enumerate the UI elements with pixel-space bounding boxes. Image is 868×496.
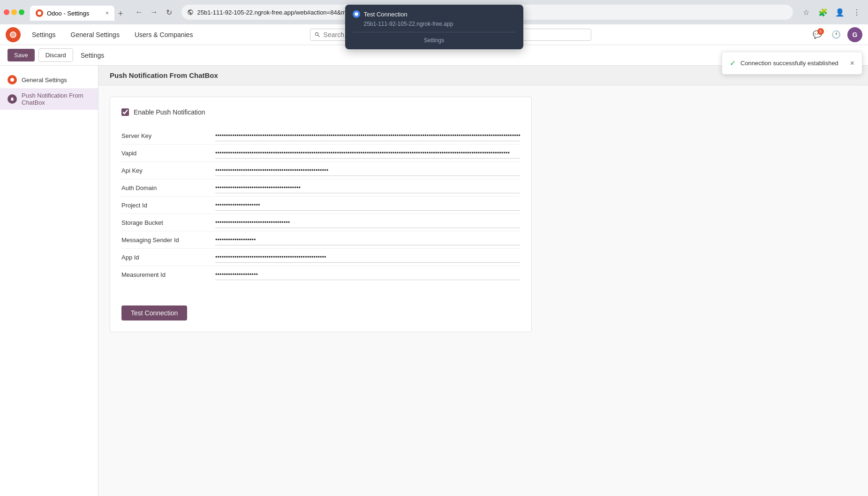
chat-badge: 5 [817, 28, 824, 35]
test-connection-button[interactable]: Test Connection [121, 305, 187, 320]
browser-actions: ☆ 🧩 👤 ⋮ [799, 5, 864, 20]
sidebar-label-general: General Settings [22, 76, 67, 84]
main-content: General Settings Push Notification From … [0, 66, 868, 496]
success-notification: ✓ Connection successfully established × [722, 52, 862, 75]
field-label-5: Storage Bucket [121, 219, 215, 226]
odoo-app: Settings General Settings Users & Compan… [0, 24, 868, 496]
form-row: Auth Domain [121, 179, 520, 197]
tooltip-favicon [353, 10, 360, 18]
field-label-0: Server Key [121, 132, 215, 139]
action-bar-title: Settings [81, 52, 105, 59]
field-input-8[interactable] [215, 269, 520, 280]
form-fields: Server KeyVapidApi KeyAuth DomainProject… [121, 127, 520, 283]
field-input-4[interactable] [215, 199, 520, 211]
field-label-3: Auth Domain [121, 184, 215, 191]
sidebar-item-push-notification[interactable]: Push Notification From ChatBox [0, 88, 98, 110]
menu-button[interactable]: ⋮ [849, 5, 864, 20]
form-row: Storage Bucket [121, 214, 520, 231]
window-minimize[interactable] [11, 9, 17, 15]
forward-button[interactable]: → [148, 6, 161, 19]
clock-icon[interactable]: 🕐 [829, 27, 844, 42]
field-input-3[interactable] [215, 182, 520, 193]
field-input-0[interactable] [215, 130, 520, 141]
menu-item-settings[interactable]: Settings [28, 29, 60, 40]
form-row: Server Key [121, 127, 520, 145]
svg-point-2 [355, 12, 358, 16]
form-row: Measurement Id [121, 266, 520, 283]
content-area: Push Notification From ChatBox Enable Pu… [98, 66, 868, 496]
tooltip-url: 25b1-111-92-105-22.ngrok-free.app [353, 21, 516, 27]
field-input-1[interactable] [215, 147, 520, 159]
enable-push-label[interactable]: Enable Push Notification [134, 108, 205, 116]
svg-point-0 [38, 11, 41, 15]
field-input-5[interactable] [215, 217, 520, 228]
profile-button[interactable]: 👤 [832, 5, 847, 20]
form-row: Messaging Sender Id [121, 231, 520, 249]
new-tab-button[interactable]: + [114, 7, 127, 21]
tooltip-separator [353, 32, 516, 32]
search-icon [314, 31, 321, 38]
form-row: Vapid [121, 145, 520, 162]
chat-icon[interactable]: 💬 5 [810, 27, 825, 42]
tab-favicon [36, 9, 43, 17]
user-avatar[interactable]: G [847, 27, 862, 42]
success-icon: ✓ [730, 59, 736, 68]
enable-push-checkbox[interactable] [121, 108, 129, 116]
field-label-1: Vapid [121, 150, 215, 157]
tooltip-bottom: Settings [353, 37, 516, 44]
menu-item-users-companies[interactable]: Users & Companies [131, 29, 197, 40]
discard-button[interactable]: Discard [38, 48, 73, 62]
tooltip-header: Test Connection [353, 10, 516, 18]
field-label-4: Project Id [121, 202, 215, 209]
field-input-7[interactable] [215, 252, 520, 263]
menu-item-general-settings[interactable]: General Settings [67, 29, 123, 40]
sidebar: General Settings Push Notification From … [0, 66, 98, 496]
tab-title: Odoo - Settings [47, 10, 89, 17]
notification-close-button[interactable]: × [850, 59, 854, 68]
enable-notification-row: Enable Push Notification [121, 108, 520, 116]
sidebar-label-push: Push Notification From ChatBox [22, 92, 91, 106]
content-body: Enable Push Notification Server KeyVapid… [98, 85, 868, 343]
form-row: Api Key [121, 162, 520, 179]
browser-tab-active[interactable]: Odoo - Settings × [30, 6, 114, 21]
field-label-8: Measurement Id [121, 271, 215, 278]
field-label-2: Api Key [121, 167, 215, 174]
window-close[interactable] [4, 9, 9, 15]
notification-message: Connection successfully established [740, 60, 845, 67]
back-button[interactable]: ← [133, 6, 146, 19]
window-maximize[interactable] [19, 9, 24, 15]
field-input-2[interactable] [215, 165, 520, 176]
field-input-6[interactable] [215, 234, 520, 245]
save-button[interactable]: Save [8, 49, 35, 61]
field-label-7: App Id [121, 254, 215, 261]
form-row: App Id [121, 249, 520, 266]
odoo-logo[interactable] [6, 27, 21, 42]
tooltip-title: Test Connection [364, 11, 408, 18]
sidebar-icon-general [8, 75, 17, 84]
window-controls [4, 9, 24, 15]
field-label-6: Messaging Sender Id [121, 237, 215, 244]
form-section: Enable Push Notification Server KeyVapid… [110, 97, 532, 332]
tab-close-button[interactable]: × [106, 10, 109, 16]
sidebar-item-general-settings[interactable]: General Settings [0, 71, 98, 88]
sidebar-icon-push [8, 94, 17, 104]
bookmark-button[interactable]: ☆ [799, 5, 814, 20]
top-menu-right: 💬 5 🕐 G [810, 27, 862, 42]
browser-controls: ← → ↻ [133, 6, 176, 19]
refresh-button[interactable]: ↻ [163, 6, 176, 19]
form-row: Project Id [121, 197, 520, 214]
tab-bar: Odoo - Settings × + [30, 4, 127, 21]
extensions-button[interactable]: 🧩 [815, 5, 830, 20]
tooltip-popup: Test Connection 25b1-111-92-105-22.ngrok… [345, 5, 523, 49]
